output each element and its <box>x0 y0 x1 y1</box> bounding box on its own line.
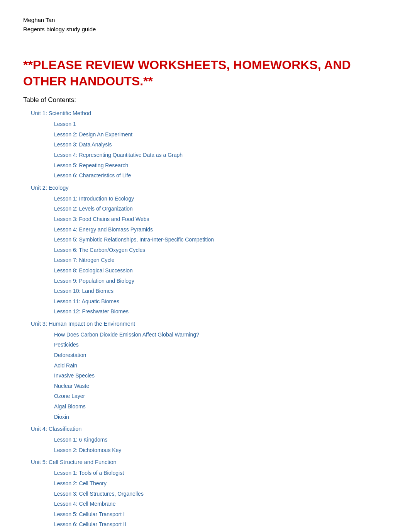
lesson-item-5-3[interactable]: Lesson 3: Cell Structures, Organelles <box>54 489 387 499</box>
author-name: Meghan Tan <box>23 15 387 25</box>
lesson-item-2-5[interactable]: Lesson 5: Symbiotic Relationships, Intra… <box>54 235 387 245</box>
lesson-item-2-4[interactable]: Lesson 4: Energy and Biomass Pyramids <box>54 224 387 235</box>
toc-heading: Table of Contents: <box>23 96 387 104</box>
lesson-item-3-8[interactable]: Algal Blooms <box>54 401 387 412</box>
unit-item-2[interactable]: Unit 2: Ecology <box>31 182 387 194</box>
lesson-item-1-6[interactable]: Lesson 6: Characteristics of Life <box>54 170 387 181</box>
author-subtitle: Regents biology study guide <box>23 25 387 34</box>
lesson-item-4-1[interactable]: Lesson 1: 6 Kingdoms <box>54 435 387 445</box>
lesson-list-unit-3: How Does Carbon Dioxide Emission Affect … <box>31 330 387 422</box>
lesson-item-3-7[interactable]: Ozone Layer <box>54 391 387 401</box>
lesson-item-2-10[interactable]: Lesson 10: Land Biomes <box>54 286 387 296</box>
lesson-item-2-11[interactable]: Lesson 11: Aquatic Biomes <box>54 296 387 307</box>
lesson-item-2-7[interactable]: Lesson 7: Nitrogen Cycle <box>54 255 387 265</box>
main-heading: **PLEASE REVIEW WORKSHEETS, HOMEWORKS, A… <box>23 57 387 89</box>
lesson-item-2-3[interactable]: Lesson 3: Food Chains and Food Webs <box>54 214 387 224</box>
lesson-item-5-4[interactable]: Lesson 4: Cell Membrane <box>54 499 387 509</box>
lesson-item-2-12[interactable]: Lesson 12: Freshwater Biomes <box>54 306 387 317</box>
lesson-item-3-5[interactable]: Invasive Species <box>54 371 387 381</box>
unit-item-3[interactable]: Unit 3: Human Impact on the Environment <box>31 318 387 330</box>
lesson-item-4-2[interactable]: Lesson 2: Dichotomous Key <box>54 445 387 456</box>
lesson-item-2-6[interactable]: Lesson 6: The Carbon/Oxygen Cycles <box>54 245 387 255</box>
lesson-item-3-1[interactable]: How Does Carbon Dioxide Emission Affect … <box>54 330 387 340</box>
lesson-item-3-6[interactable]: Nuclear Waste <box>54 381 387 391</box>
lesson-item-2-2[interactable]: Lesson 2: Levels of Organization <box>54 204 387 214</box>
lesson-item-5-1[interactable]: Lesson 1: Tools of a Biologist <box>54 468 387 478</box>
lesson-list-unit-5: Lesson 1: Tools of a BiologistLesson 2: … <box>31 468 387 530</box>
lesson-item-3-9[interactable]: Dioxin <box>54 412 387 422</box>
unit-item-5[interactable]: Unit 5: Cell Structure and Function <box>31 457 387 468</box>
lesson-item-1-1[interactable]: Lesson 1 <box>54 119 387 129</box>
lesson-item-1-2[interactable]: Lesson 2: Design An Experiment <box>54 129 387 140</box>
lesson-item-1-5[interactable]: Lesson 5: Repeating Research <box>54 160 387 171</box>
lesson-list-unit-4: Lesson 1: 6 KingdomsLesson 2: Dichotomou… <box>31 435 387 455</box>
lesson-item-3-2[interactable]: Pesticides <box>54 340 387 350</box>
author-block: Meghan Tan Regents biology study guide <box>23 15 387 34</box>
lesson-list-unit-1: Lesson 1Lesson 2: Design An ExperimentLe… <box>31 119 387 181</box>
lesson-item-5-5[interactable]: Lesson 5: Cellular Transport I <box>54 509 387 520</box>
unit-item-1[interactable]: Unit 1: Scientific Method <box>31 108 387 119</box>
lesson-item-3-4[interactable]: Acid Rain <box>54 360 387 371</box>
lesson-item-5-2[interactable]: Lesson 2: Cell Theory <box>54 478 387 489</box>
lesson-item-2-1[interactable]: Lesson 1: Introduction to Ecology <box>54 194 387 204</box>
table-of-contents: Unit 1: Scientific MethodLesson 1Lesson … <box>23 108 387 530</box>
lesson-list-unit-2: Lesson 1: Introduction to EcologyLesson … <box>31 194 387 317</box>
lesson-item-3-3[interactable]: Deforestation <box>54 350 387 360</box>
lesson-item-1-4[interactable]: Lesson 4: Representing Quantitative Data… <box>54 150 387 160</box>
unit-item-4[interactable]: Unit 4: Classification <box>31 423 387 435</box>
lesson-item-5-6[interactable]: Lesson 6: Cellular Transport II <box>54 519 387 530</box>
lesson-item-2-9[interactable]: Lesson 9: Population and Biology <box>54 276 387 286</box>
lesson-item-2-8[interactable]: Lesson 8: Ecological Succession <box>54 265 387 276</box>
lesson-item-1-3[interactable]: Lesson 3: Data Analysis <box>54 139 387 150</box>
